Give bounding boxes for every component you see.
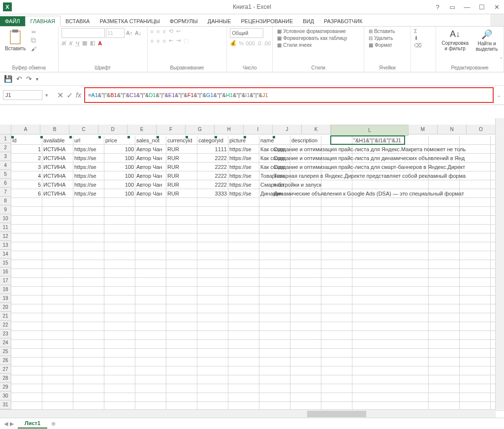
cell[interactable]: 100 [104, 189, 135, 198]
tab-pagelayout[interactable]: РАЗМЕТКА СТРАНИЦЫ [94, 16, 164, 26]
qat-customize-icon[interactable]: ▾ [36, 76, 38, 82]
cell[interactable] [42, 225, 73, 233]
cell[interactable] [429, 216, 460, 225]
cell[interactable] [352, 287, 429, 296]
cell[interactable] [197, 216, 228, 225]
cell[interactable] [352, 207, 429, 216]
cell[interactable] [73, 366, 104, 375]
cell[interactable]: https://se [228, 171, 259, 180]
cell[interactable] [11, 251, 42, 260]
cell[interactable] [352, 349, 429, 358]
cell[interactable] [460, 375, 491, 384]
cell[interactable] [429, 233, 460, 242]
cell[interactable] [197, 225, 228, 233]
cell[interactable] [228, 340, 259, 349]
inc-decimal-icon[interactable]: .0 [257, 40, 261, 46]
autosum-icon[interactable]: Σ [414, 28, 417, 34]
cell[interactable] [352, 198, 429, 207]
align-center-icon[interactable]: ≡ [157, 38, 159, 44]
cut-icon[interactable]: ✂ [30, 28, 37, 36]
cell[interactable] [166, 304, 197, 313]
cell[interactable] [135, 322, 166, 331]
cell[interactable] [352, 269, 429, 278]
cell[interactable] [321, 375, 352, 384]
cell[interactable] [166, 260, 197, 269]
cell[interactable] [11, 287, 42, 296]
cell[interactable] [290, 233, 321, 242]
cell[interactable] [11, 278, 42, 287]
align-middle-icon[interactable]: ≡ [157, 29, 159, 34]
cell[interactable]: 2222 [197, 180, 228, 189]
cell[interactable] [135, 366, 166, 375]
fx-icon[interactable]: fx [76, 91, 81, 99]
cell[interactable]: https://se [73, 189, 104, 198]
cell[interactable] [166, 269, 197, 278]
cell[interactable] [135, 296, 166, 304]
column-header[interactable]: N [438, 125, 467, 134]
underline-icon[interactable]: Ч [76, 40, 80, 46]
cell[interactable] [42, 251, 73, 260]
cell[interactable] [11, 296, 42, 304]
cell[interactable] [42, 340, 73, 349]
collapse-ribbon-icon[interactable]: ˆ [500, 57, 502, 64]
cell[interactable] [228, 331, 259, 340]
row-header[interactable]: 19 [0, 294, 11, 303]
cell[interactable] [135, 349, 166, 358]
cell[interactable] [321, 207, 352, 216]
cell[interactable] [321, 136, 352, 145]
cell[interactable] [429, 269, 460, 278]
cell[interactable]: ИСТИНА [42, 189, 73, 198]
cell[interactable] [11, 260, 42, 269]
indent-inc-icon[interactable]: ⇥ [176, 37, 181, 44]
cell[interactable] [42, 260, 73, 269]
cell[interactable] [104, 384, 135, 393]
cell[interactable] [42, 207, 73, 216]
cell[interactable] [166, 375, 197, 384]
cell[interactable] [259, 358, 290, 366]
cell[interactable] [11, 331, 42, 340]
cell[interactable] [352, 304, 429, 313]
row-header[interactable]: 27 [0, 365, 11, 374]
cell[interactable]: https://se [73, 145, 104, 154]
cell[interactable] [166, 349, 197, 358]
cell[interactable] [197, 296, 228, 304]
cell[interactable]: Автор Чан [135, 154, 166, 163]
cell[interactable]: 2 [11, 154, 42, 163]
cell[interactable] [321, 180, 352, 189]
cell[interactable]: RUR [166, 145, 197, 154]
tab-data[interactable]: ДАННЫЕ [203, 16, 236, 26]
cell[interactable] [42, 278, 73, 287]
cell[interactable] [166, 198, 197, 207]
align-top-icon[interactable]: ≡ [151, 29, 154, 34]
cell[interactable] [352, 331, 429, 340]
cell[interactable]: 5 [11, 180, 42, 189]
copy-icon[interactable]: ⿻ [30, 36, 37, 44]
cell[interactable] [259, 375, 290, 384]
name-box[interactable]: J1 [3, 90, 42, 100]
ribbon-options-icon[interactable]: ▭ [445, 0, 460, 14]
conditional-formatting[interactable]: ▦Условное форматирование [276, 28, 347, 34]
cell[interactable]: RUR [166, 163, 197, 171]
cell[interactable] [11, 207, 42, 216]
cell[interactable] [73, 313, 104, 322]
cell[interactable] [11, 304, 42, 313]
cell[interactable] [321, 216, 352, 225]
close-icon[interactable]: ✕ [489, 0, 504, 14]
cell[interactable] [290, 322, 321, 331]
cell[interactable]: 100 [104, 163, 135, 171]
cell[interactable] [290, 269, 321, 278]
cell[interactable] [321, 278, 352, 287]
cell[interactable] [166, 366, 197, 375]
column-header[interactable]: C [69, 125, 98, 134]
cell[interactable] [135, 313, 166, 322]
cell[interactable] [290, 296, 321, 304]
cell[interactable] [321, 313, 352, 322]
cell[interactable] [166, 313, 197, 322]
cell[interactable] [228, 260, 259, 269]
cell[interactable] [73, 384, 104, 393]
cell[interactable] [352, 225, 429, 233]
cell[interactable]: https://se [73, 163, 104, 171]
cell[interactable] [11, 313, 42, 322]
cell[interactable] [228, 287, 259, 296]
cell[interactable] [460, 366, 491, 375]
